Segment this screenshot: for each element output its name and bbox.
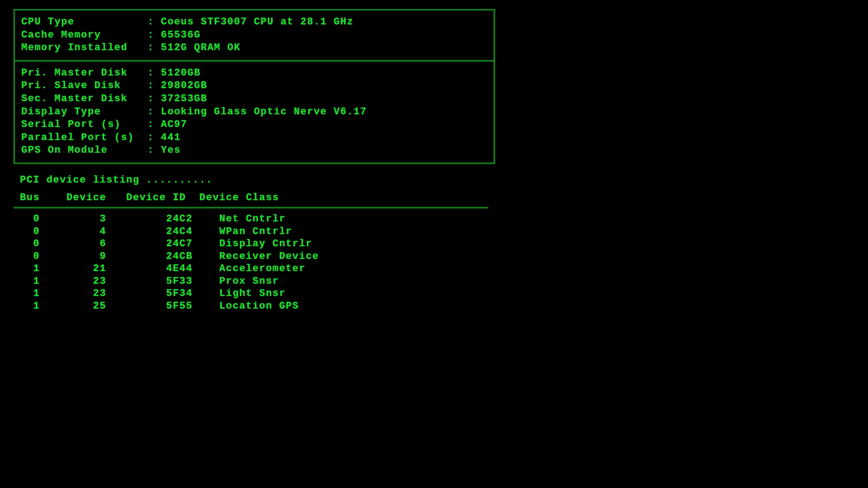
mem-label: Memory Installed [21,42,141,53]
pci-column-headers: Bus Device Device ID Device Class [14,192,495,205]
gps-row: GPS On Module : Yes [21,144,487,157]
disk-ports-section: Pri. Master Disk : 5120GB Pri. Slave Dis… [15,61,494,163]
cache-value: 65536G [161,29,201,41]
pri-master-row: Pri. Master Disk : 5120GB [21,67,487,80]
pri-slave-label: Pri. Slave Disk [21,80,141,91]
pri-master-value: 5120GB [161,67,201,79]
bios-screen: CPU Type : Coeus STF3007 CPU at 28.1 GHz… [0,0,509,312]
cpu-value: Coeus STF3007 CPU at 28.1 GHz [161,16,354,28]
table-row: 1 21 4E44 Accelerometer [14,263,495,275]
sec-master-value: 37253GB [161,93,208,104]
table-row: 1 23 5F34 Light Snsr [14,287,495,300]
table-row: 0 3 24C2 Net Cntrlr [14,213,495,225]
col-device: Device [66,192,120,203]
table-row: 0 4 24C4 WPan Cntrlr [14,225,495,238]
col-device-id: Device ID [126,192,199,203]
parallel-label: Parallel Port (s) [21,132,141,143]
system-info-box: CPU Type : Coeus STF3007 CPU at 28.1 GHz… [14,9,495,164]
cpu-label: CPU Type [21,16,141,28]
gps-value: Yes [161,145,181,156]
parallel-value: 441 [161,132,181,143]
table-row: 1 23 5F33 Prox Snsr [14,275,495,288]
table-row: 0 9 24CB Receiver Device [14,250,495,263]
display-row: Display Type : Looking Glass Optic Nerve… [21,106,487,119]
col-device-class: Device Class [199,192,279,203]
table-row: 1 25 5F55 Location GPS [14,300,495,313]
serial-label: Serial Port (s) [21,119,141,130]
pri-slave-row: Pri. Slave Disk : 29802GB [21,80,487,93]
pci-heading: PCI device listing .......... [14,174,495,187]
sec-master-label: Sec. Master Disk [21,93,141,104]
pri-slave-value: 29802GB [161,80,208,91]
cache-row: Cache Memory : 65536G [21,29,487,42]
sec-master-row: Sec. Master Disk : 37253GB [21,93,487,106]
cpu-row: CPU Type : Coeus STF3007 CPU at 28.1 GHz [21,16,487,29]
display-value: Looking Glass Optic Nerve V6.17 [161,106,367,117]
pri-master-label: Pri. Master Disk [21,67,141,79]
serial-value: AC97 [161,119,188,130]
display-label: Display Type [21,106,141,117]
pci-table-body: 0 3 24C2 Net Cntrlr 0 4 24C4 WPan Cntrlr… [14,213,495,312]
parallel-row: Parallel Port (s) : 441 [21,131,487,145]
table-row: 0 6 24C7 Display Cntrlr [14,238,495,250]
pci-rule [14,207,488,208]
cpu-memory-section: CPU Type : Coeus STF3007 CPU at 28.1 GHz… [15,10,494,60]
serial-row: Serial Port (s) : AC97 [21,118,487,131]
col-bus: Bus [20,192,60,203]
gps-label: GPS On Module [21,145,141,156]
cache-label: Cache Memory [21,29,141,41]
mem-value: 512G QRAM OK [161,42,241,53]
mem-row: Memory Installed : 512G QRAM OK [21,42,487,55]
